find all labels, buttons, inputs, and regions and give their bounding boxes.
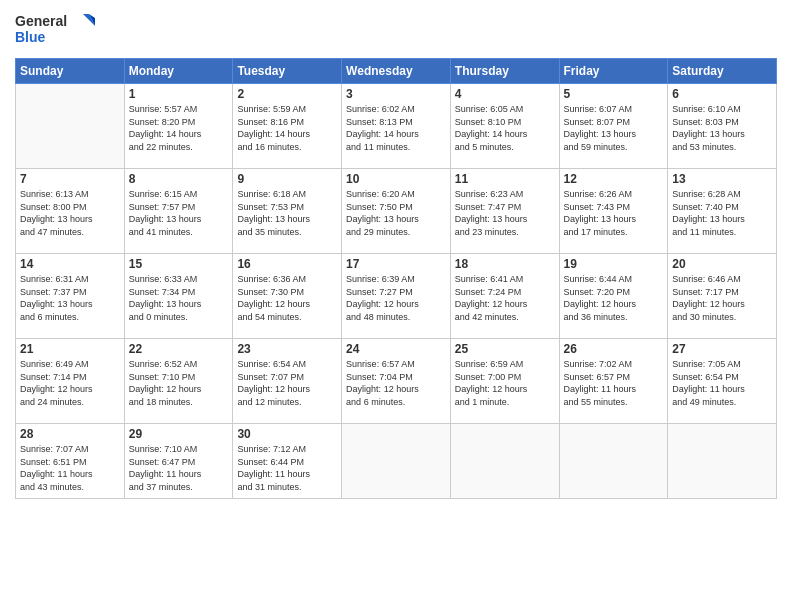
day-header: Tuesday (233, 59, 342, 84)
day-info: Sunrise: 6:44 AM Sunset: 7:20 PM Dayligh… (564, 273, 664, 323)
calendar-cell: 19Sunrise: 6:44 AM Sunset: 7:20 PM Dayli… (559, 254, 668, 339)
day-info: Sunrise: 6:28 AM Sunset: 7:40 PM Dayligh… (672, 188, 772, 238)
day-number: 8 (129, 172, 229, 186)
calendar-cell: 3Sunrise: 6:02 AM Sunset: 8:13 PM Daylig… (342, 84, 451, 169)
calendar-cell: 28Sunrise: 7:07 AM Sunset: 6:51 PM Dayli… (16, 424, 125, 499)
day-info: Sunrise: 6:36 AM Sunset: 7:30 PM Dayligh… (237, 273, 337, 323)
calendar-cell: 24Sunrise: 6:57 AM Sunset: 7:04 PM Dayli… (342, 339, 451, 424)
day-number: 5 (564, 87, 664, 101)
day-info: Sunrise: 7:10 AM Sunset: 6:47 PM Dayligh… (129, 443, 229, 493)
calendar-cell: 23Sunrise: 6:54 AM Sunset: 7:07 PM Dayli… (233, 339, 342, 424)
calendar-cell: 26Sunrise: 7:02 AM Sunset: 6:57 PM Dayli… (559, 339, 668, 424)
calendar-cell (450, 424, 559, 499)
day-number: 18 (455, 257, 555, 271)
day-info: Sunrise: 6:39 AM Sunset: 7:27 PM Dayligh… (346, 273, 446, 323)
calendar-cell: 16Sunrise: 6:36 AM Sunset: 7:30 PM Dayli… (233, 254, 342, 339)
calendar-cell: 30Sunrise: 7:12 AM Sunset: 6:44 PM Dayli… (233, 424, 342, 499)
day-info: Sunrise: 6:10 AM Sunset: 8:03 PM Dayligh… (672, 103, 772, 153)
calendar-cell (668, 424, 777, 499)
day-header: Wednesday (342, 59, 451, 84)
day-number: 30 (237, 427, 337, 441)
day-number: 16 (237, 257, 337, 271)
day-info: Sunrise: 5:57 AM Sunset: 8:20 PM Dayligh… (129, 103, 229, 153)
day-number: 10 (346, 172, 446, 186)
day-info: Sunrise: 7:05 AM Sunset: 6:54 PM Dayligh… (672, 358, 772, 408)
calendar-cell: 15Sunrise: 6:33 AM Sunset: 7:34 PM Dayli… (124, 254, 233, 339)
day-info: Sunrise: 6:33 AM Sunset: 7:34 PM Dayligh… (129, 273, 229, 323)
day-header: Sunday (16, 59, 125, 84)
day-info: Sunrise: 6:31 AM Sunset: 7:37 PM Dayligh… (20, 273, 120, 323)
day-header: Saturday (668, 59, 777, 84)
day-number: 3 (346, 87, 446, 101)
day-info: Sunrise: 6:52 AM Sunset: 7:10 PM Dayligh… (129, 358, 229, 408)
day-info: Sunrise: 6:41 AM Sunset: 7:24 PM Dayligh… (455, 273, 555, 323)
calendar-cell (342, 424, 451, 499)
calendar-cell: 2Sunrise: 5:59 AM Sunset: 8:16 PM Daylig… (233, 84, 342, 169)
calendar-cell: 8Sunrise: 6:15 AM Sunset: 7:57 PM Daylig… (124, 169, 233, 254)
day-number: 24 (346, 342, 446, 356)
svg-text:Blue: Blue (15, 29, 46, 45)
day-info: Sunrise: 6:07 AM Sunset: 8:07 PM Dayligh… (564, 103, 664, 153)
day-number: 13 (672, 172, 772, 186)
day-info: Sunrise: 6:46 AM Sunset: 7:17 PM Dayligh… (672, 273, 772, 323)
day-number: 6 (672, 87, 772, 101)
day-number: 4 (455, 87, 555, 101)
day-number: 17 (346, 257, 446, 271)
day-info: Sunrise: 6:23 AM Sunset: 7:47 PM Dayligh… (455, 188, 555, 238)
calendar-cell: 10Sunrise: 6:20 AM Sunset: 7:50 PM Dayli… (342, 169, 451, 254)
calendar-cell: 29Sunrise: 7:10 AM Sunset: 6:47 PM Dayli… (124, 424, 233, 499)
day-number: 26 (564, 342, 664, 356)
calendar-cell: 27Sunrise: 7:05 AM Sunset: 6:54 PM Dayli… (668, 339, 777, 424)
day-info: Sunrise: 6:15 AM Sunset: 7:57 PM Dayligh… (129, 188, 229, 238)
day-number: 25 (455, 342, 555, 356)
day-number: 29 (129, 427, 229, 441)
day-info: Sunrise: 7:07 AM Sunset: 6:51 PM Dayligh… (20, 443, 120, 493)
calendar-cell: 11Sunrise: 6:23 AM Sunset: 7:47 PM Dayli… (450, 169, 559, 254)
calendar-cell: 17Sunrise: 6:39 AM Sunset: 7:27 PM Dayli… (342, 254, 451, 339)
day-header: Thursday (450, 59, 559, 84)
logo: General Blue (15, 10, 95, 52)
calendar-cell (16, 84, 125, 169)
day-number: 28 (20, 427, 120, 441)
day-info: Sunrise: 6:18 AM Sunset: 7:53 PM Dayligh… (237, 188, 337, 238)
calendar-cell: 7Sunrise: 6:13 AM Sunset: 8:00 PM Daylig… (16, 169, 125, 254)
day-info: Sunrise: 6:13 AM Sunset: 8:00 PM Dayligh… (20, 188, 120, 238)
day-info: Sunrise: 6:49 AM Sunset: 7:14 PM Dayligh… (20, 358, 120, 408)
calendar-cell: 21Sunrise: 6:49 AM Sunset: 7:14 PM Dayli… (16, 339, 125, 424)
day-number: 14 (20, 257, 120, 271)
calendar-cell (559, 424, 668, 499)
day-info: Sunrise: 6:05 AM Sunset: 8:10 PM Dayligh… (455, 103, 555, 153)
day-info: Sunrise: 5:59 AM Sunset: 8:16 PM Dayligh… (237, 103, 337, 153)
day-number: 19 (564, 257, 664, 271)
day-number: 7 (20, 172, 120, 186)
day-number: 2 (237, 87, 337, 101)
day-info: Sunrise: 6:57 AM Sunset: 7:04 PM Dayligh… (346, 358, 446, 408)
day-number: 23 (237, 342, 337, 356)
day-info: Sunrise: 6:54 AM Sunset: 7:07 PM Dayligh… (237, 358, 337, 408)
day-number: 9 (237, 172, 337, 186)
day-info: Sunrise: 6:26 AM Sunset: 7:43 PM Dayligh… (564, 188, 664, 238)
day-info: Sunrise: 7:12 AM Sunset: 6:44 PM Dayligh… (237, 443, 337, 493)
svg-text:General: General (15, 13, 67, 29)
day-number: 27 (672, 342, 772, 356)
day-info: Sunrise: 6:59 AM Sunset: 7:00 PM Dayligh… (455, 358, 555, 408)
day-info: Sunrise: 6:20 AM Sunset: 7:50 PM Dayligh… (346, 188, 446, 238)
day-number: 12 (564, 172, 664, 186)
calendar-cell: 14Sunrise: 6:31 AM Sunset: 7:37 PM Dayli… (16, 254, 125, 339)
day-number: 20 (672, 257, 772, 271)
day-info: Sunrise: 7:02 AM Sunset: 6:57 PM Dayligh… (564, 358, 664, 408)
calendar-cell: 1Sunrise: 5:57 AM Sunset: 8:20 PM Daylig… (124, 84, 233, 169)
calendar-cell: 6Sunrise: 6:10 AM Sunset: 8:03 PM Daylig… (668, 84, 777, 169)
day-number: 11 (455, 172, 555, 186)
calendar-cell: 5Sunrise: 6:07 AM Sunset: 8:07 PM Daylig… (559, 84, 668, 169)
day-number: 1 (129, 87, 229, 101)
day-number: 22 (129, 342, 229, 356)
day-header: Friday (559, 59, 668, 84)
day-number: 21 (20, 342, 120, 356)
calendar-cell: 25Sunrise: 6:59 AM Sunset: 7:00 PM Dayli… (450, 339, 559, 424)
calendar-cell: 9Sunrise: 6:18 AM Sunset: 7:53 PM Daylig… (233, 169, 342, 254)
calendar-cell: 4Sunrise: 6:05 AM Sunset: 8:10 PM Daylig… (450, 84, 559, 169)
day-number: 15 (129, 257, 229, 271)
calendar-cell: 22Sunrise: 6:52 AM Sunset: 7:10 PM Dayli… (124, 339, 233, 424)
day-info: Sunrise: 6:02 AM Sunset: 8:13 PM Dayligh… (346, 103, 446, 153)
